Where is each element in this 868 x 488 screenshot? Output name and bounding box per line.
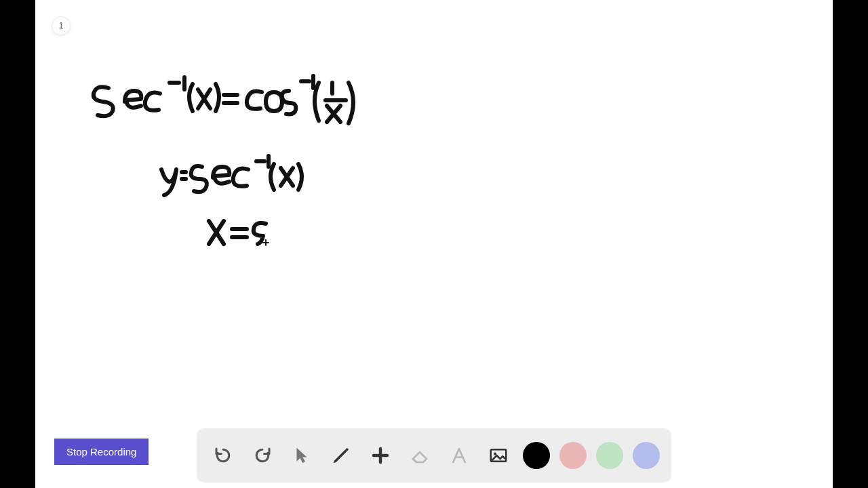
undo-button[interactable] — [208, 441, 238, 470]
pen-button[interactable] — [326, 441, 356, 470]
stop-recording-button[interactable]: Stop Recording — [54, 439, 149, 465]
color-green[interactable] — [596, 442, 623, 469]
pointer-button[interactable] — [287, 441, 317, 470]
pointer-icon — [292, 445, 312, 466]
text-button[interactable] — [444, 441, 474, 470]
redo-icon — [252, 445, 273, 466]
handwriting-layer — [35, 0, 833, 488]
image-icon — [488, 445, 509, 466]
eraser-icon — [410, 445, 430, 466]
text-icon — [449, 445, 469, 466]
color-blue[interactable] — [633, 442, 660, 469]
page-number-badge: 1 — [52, 16, 71, 35]
image-button[interactable] — [484, 441, 513, 470]
undo-icon — [213, 445, 233, 466]
redo-button[interactable] — [248, 441, 277, 470]
stop-recording-label: Stop Recording — [66, 446, 136, 458]
page-number: 1 — [59, 21, 64, 30]
add-button[interactable] — [366, 441, 395, 470]
eraser-button[interactable] — [405, 441, 435, 470]
pen-icon — [331, 445, 351, 466]
toolbar — [197, 428, 671, 483]
plus-icon — [370, 445, 391, 466]
color-black[interactable] — [523, 442, 550, 469]
color-pink[interactable] — [559, 442, 587, 469]
whiteboard-canvas[interactable]: 1 — [35, 0, 833, 488]
svg-point-1 — [494, 453, 496, 455]
